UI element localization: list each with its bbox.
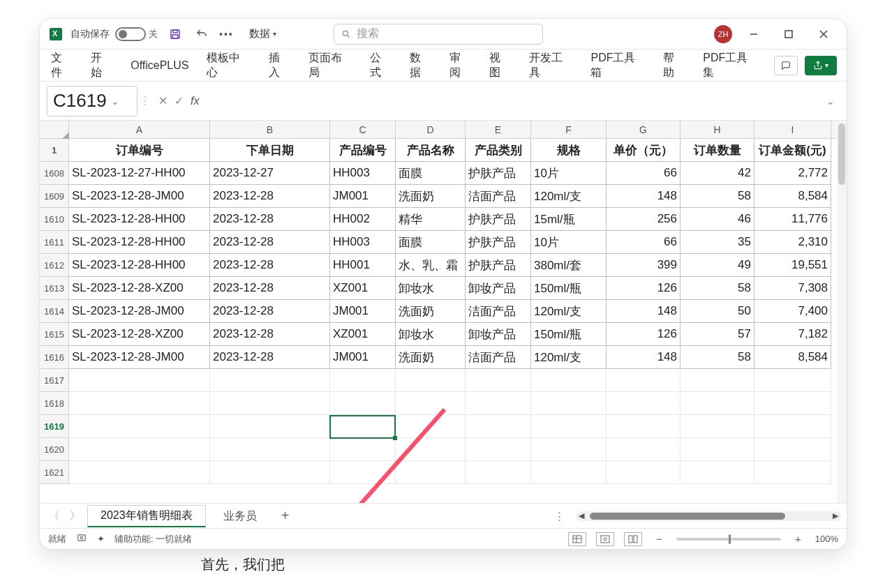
cell[interactable]: [210, 369, 330, 392]
cell[interactable]: [607, 392, 681, 415]
cell[interactable]: 2,772: [754, 162, 831, 185]
cell[interactable]: 46: [681, 208, 754, 231]
ribbon-tab[interactable]: PDF工具集: [701, 48, 759, 83]
data-dropdown[interactable]: 数据 ▾: [249, 27, 276, 40]
name-box[interactable]: C1619 ⌄: [47, 86, 137, 116]
row-header[interactable]: 1: [40, 139, 69, 162]
cell[interactable]: 卸妆水: [396, 277, 466, 300]
cell[interactable]: 卸妆产品: [466, 323, 531, 346]
cell[interactable]: 15ml/瓶: [531, 208, 607, 231]
cell[interactable]: 380ml/套: [531, 254, 607, 277]
row-header[interactable]: 1618: [40, 392, 69, 415]
cell[interactable]: 2023-12-28: [210, 323, 330, 346]
cell[interactable]: 58: [681, 277, 754, 300]
col-header[interactable]: B: [210, 121, 330, 138]
maximize-icon[interactable]: [775, 24, 802, 45]
cell[interactable]: 7,182: [754, 323, 831, 346]
cell[interactable]: 58: [681, 346, 754, 369]
select-all-cell[interactable]: [40, 121, 69, 138]
cell[interactable]: SL-2023-12-28-XZ00: [69, 277, 210, 300]
cell[interactable]: 洗面奶: [396, 346, 466, 369]
cell[interactable]: 精华: [396, 208, 466, 231]
cell[interactable]: 2,310: [754, 231, 831, 254]
cell[interactable]: [210, 438, 330, 461]
cell[interactable]: 57: [681, 323, 754, 346]
cell[interactable]: 8,584: [754, 346, 831, 369]
expand-formula-icon[interactable]: ⌄: [821, 96, 840, 107]
cell[interactable]: HH003: [330, 162, 396, 185]
cell[interactable]: 58: [681, 185, 754, 208]
ribbon-tab[interactable]: 页面布局: [307, 48, 353, 83]
save-icon[interactable]: [166, 25, 184, 43]
cell[interactable]: SL-2023-12-28-HH00: [69, 231, 210, 254]
close-icon[interactable]: [810, 24, 837, 45]
cell[interactable]: SL-2023-12-28-XZ00: [69, 323, 210, 346]
cell[interactable]: 水、乳、霜: [396, 254, 466, 277]
cell[interactable]: [466, 392, 531, 415]
cell[interactable]: [210, 461, 330, 484]
cell[interactable]: 49: [681, 254, 754, 277]
sheet-menu-icon[interactable]: ⋮: [554, 510, 572, 522]
cell[interactable]: JM001: [330, 346, 396, 369]
ribbon-tab[interactable]: 插入: [267, 48, 292, 83]
row-header[interactable]: 1614: [40, 300, 69, 323]
cell[interactable]: [607, 461, 681, 484]
cell[interactable]: [531, 392, 607, 415]
cell[interactable]: [531, 369, 607, 392]
cell[interactable]: SL-2023-12-28-JM00: [69, 185, 210, 208]
formula-input[interactable]: [209, 86, 817, 116]
autosave-toggle[interactable]: [115, 27, 146, 41]
spreadsheet-grid[interactable]: A B C D E F G H I 1订单编号下单日期产品编号产品名称产品类别规…: [40, 121, 847, 503]
ribbon-tab[interactable]: 开始: [89, 48, 114, 83]
col-header[interactable]: I: [754, 121, 831, 138]
cell[interactable]: 面膜: [396, 231, 466, 254]
cell[interactable]: 洁面产品: [466, 300, 531, 323]
cell[interactable]: [607, 415, 681, 438]
search-box[interactable]: 搜索: [334, 24, 543, 45]
cell[interactable]: 2023-12-28: [210, 346, 330, 369]
cell[interactable]: [754, 461, 831, 484]
cell[interactable]: [69, 438, 210, 461]
fx-icon[interactable]: fx: [191, 95, 199, 107]
cell[interactable]: 399: [607, 254, 681, 277]
row-header[interactable]: 1609: [40, 185, 69, 208]
ribbon-tab[interactable]: 开发工具: [528, 48, 574, 83]
cell[interactable]: [681, 392, 754, 415]
cell[interactable]: 120ml/支: [531, 185, 607, 208]
ribbon-tab[interactable]: 审阅: [448, 48, 473, 83]
cell[interactable]: 148: [607, 300, 681, 323]
row-header[interactable]: 1621: [40, 461, 69, 484]
zoom-out-button[interactable]: −: [652, 533, 667, 545]
macros-icon[interactable]: [76, 533, 87, 545]
cell[interactable]: 卸妆水: [396, 323, 466, 346]
row-header[interactable]: 1617: [40, 369, 69, 392]
cell[interactable]: [607, 438, 681, 461]
cell[interactable]: [681, 369, 754, 392]
cell[interactable]: 150ml/瓶: [531, 323, 607, 346]
cell[interactable]: 66: [607, 162, 681, 185]
cell[interactable]: 19,551: [754, 254, 831, 277]
cell[interactable]: [531, 461, 607, 484]
cell[interactable]: 126: [607, 277, 681, 300]
cell[interactable]: [330, 438, 396, 461]
cell[interactable]: 7,308: [754, 277, 831, 300]
cell[interactable]: JM001: [330, 185, 396, 208]
row-header[interactable]: 1608: [40, 162, 69, 185]
cell[interactable]: 洗面奶: [396, 185, 466, 208]
ribbon-tab[interactable]: OfficePLUS: [129, 56, 190, 75]
cell[interactable]: XZ001: [330, 277, 396, 300]
cell[interactable]: [396, 369, 466, 392]
accept-formula-icon[interactable]: ✓: [174, 94, 184, 107]
cell[interactable]: [607, 369, 681, 392]
cell[interactable]: [210, 392, 330, 415]
cell[interactable]: [681, 438, 754, 461]
cell[interactable]: 148: [607, 185, 681, 208]
cell[interactable]: [466, 369, 531, 392]
cell[interactable]: 10片: [531, 162, 607, 185]
sheet-tab[interactable]: 业务员: [210, 506, 270, 527]
ribbon-tab[interactable]: PDF工具箱: [589, 48, 646, 83]
cell[interactable]: 洁面产品: [466, 346, 531, 369]
cell[interactable]: [466, 461, 531, 484]
row-header[interactable]: 1613: [40, 277, 69, 300]
row-header[interactable]: 1612: [40, 254, 69, 277]
